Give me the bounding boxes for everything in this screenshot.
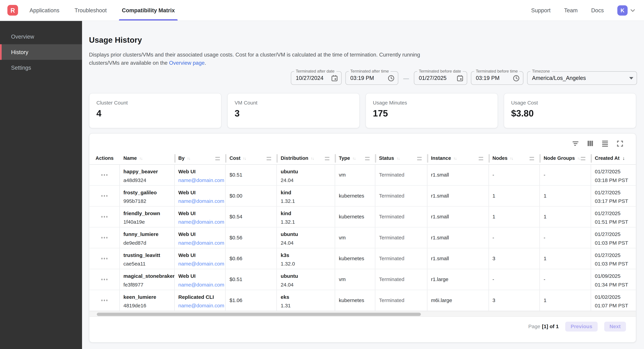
- clock-icon[interactable]: [513, 75, 520, 82]
- column-label: Node Groups: [544, 155, 575, 161]
- email-link[interactable]: name@domain.com: [178, 177, 224, 184]
- terminated-after-date-field[interactable]: Terminated after date 10/27/2024: [291, 71, 342, 85]
- overview-page-link[interactable]: Overview page: [169, 60, 204, 66]
- scrollbar-thumb[interactable]: [97, 313, 421, 316]
- email-link[interactable]: name@domain.com: [178, 198, 224, 205]
- column-menu-icon[interactable]: [478, 157, 483, 160]
- field-label: Terminated after time: [349, 69, 390, 73]
- table-row: magical_stonebrakerfe3f8977 Web UIname@d…: [90, 269, 636, 290]
- type-value: vm: [339, 172, 346, 178]
- sort-icon[interactable]: ↑↓: [311, 156, 314, 160]
- row-actions-button[interactable]: [100, 193, 109, 198]
- sidebar-item-overview[interactable]: Overview: [0, 29, 82, 44]
- stat-card-usage-minutes: Usage Minutes 175: [366, 93, 498, 128]
- sort-icon[interactable]: ↑↓: [577, 156, 580, 160]
- row-actions-button[interactable]: [100, 214, 109, 219]
- sort-icon[interactable]: ↑↓: [243, 156, 246, 160]
- row-actions-button[interactable]: [100, 256, 109, 261]
- created-date: 01/27/2025: [595, 252, 634, 259]
- email-link[interactable]: name@domain.com: [178, 240, 224, 246]
- column-header-instance[interactable]: Instance↑↓: [427, 152, 489, 164]
- instance-value: r1.large: [431, 277, 448, 282]
- nav-tab-applications[interactable]: Applications: [30, 0, 60, 20]
- nodes-value: -: [492, 235, 494, 241]
- table-row: trusting_leavittcae5ea11 Web UIname@doma…: [90, 248, 636, 269]
- column-header-name[interactable]: Name↑↓: [120, 152, 175, 164]
- page-value: [1] of 1: [542, 324, 559, 330]
- nav-link-docs[interactable]: Docs: [591, 7, 604, 13]
- column-header-distribution[interactable]: Distribution↑↓: [277, 152, 335, 164]
- created-by: Web UI: [178, 273, 224, 280]
- created-date: 01/09/2025: [595, 273, 634, 280]
- replicated-logo[interactable]: R: [7, 5, 18, 15]
- timezone-select[interactable]: Timezone America/Los_Angeles: [527, 71, 637, 85]
- field-value: 10/27/2024: [296, 75, 323, 81]
- status-value: Terminated: [379, 235, 404, 241]
- email-link[interactable]: name@domain.com: [178, 261, 224, 267]
- column-header-node-groups[interactable]: Node Groups↑↓: [540, 152, 591, 164]
- instance-value: m6i.large: [431, 298, 452, 303]
- sidebar-item-settings[interactable]: Settings: [0, 60, 82, 75]
- cluster-name: frosty_galileo: [124, 190, 172, 196]
- row-actions-button[interactable]: [100, 235, 109, 240]
- column-menu-icon[interactable]: [530, 157, 534, 160]
- columns-icon[interactable]: [586, 140, 594, 147]
- nav-link-team[interactable]: Team: [564, 7, 578, 13]
- sort-icon[interactable]: ↑↓: [352, 156, 356, 160]
- cluster-name: funny_lumiere: [124, 232, 172, 238]
- email-link[interactable]: name@domain.com: [178, 219, 224, 225]
- column-menu-icon[interactable]: [365, 157, 370, 160]
- sort-icon[interactable]: ↑↓: [396, 156, 400, 160]
- sort-icon[interactable]: ↑↓: [139, 156, 142, 160]
- column-label: Name: [124, 155, 137, 161]
- nav-tab-compatibility-matrix[interactable]: Compatibility Matrix: [122, 0, 175, 20]
- type-value: vm: [339, 277, 346, 282]
- field-label: Timezone: [530, 69, 552, 73]
- avatar[interactable]: K: [617, 5, 628, 15]
- calendar-icon[interactable]: [331, 75, 338, 82]
- column-header-type[interactable]: Type↑↓: [335, 152, 375, 164]
- previous-page-button[interactable]: Previous: [565, 322, 598, 332]
- column-header-created-at[interactable]: Created At↓: [591, 152, 636, 164]
- row-actions-button[interactable]: [100, 173, 109, 177]
- status-value: Terminated: [379, 277, 404, 282]
- cluster-id: fe3f8977: [124, 282, 172, 288]
- terminated-after-time-field[interactable]: Terminated after time 03:19 PM: [346, 71, 398, 85]
- column-header-status[interactable]: Status↑↓: [375, 152, 427, 164]
- sort-icon[interactable]: ↑↓: [510, 156, 513, 160]
- density-icon[interactable]: [601, 140, 608, 147]
- sort-icon[interactable]: ↑↓: [454, 156, 456, 160]
- cluster-name: magical_stonebraker: [124, 273, 172, 280]
- filter-icon[interactable]: [572, 140, 579, 147]
- terminated-before-time-field[interactable]: Terminated before time 03:19 PM: [471, 71, 523, 85]
- nav-link-support[interactable]: Support: [531, 7, 551, 13]
- row-actions-button[interactable]: [100, 277, 109, 282]
- fullscreen-icon[interactable]: [616, 140, 624, 147]
- stat-label: Usage Cost: [511, 100, 629, 106]
- account-menu[interactable]: K: [617, 5, 636, 15]
- column-menu-icon[interactable]: [325, 157, 329, 160]
- sidebar-item-history[interactable]: History: [0, 44, 82, 60]
- column-menu-icon[interactable]: [267, 157, 271, 160]
- calendar-icon[interactable]: [456, 75, 464, 82]
- email-link[interactable]: name@domain.com: [178, 303, 224, 309]
- email-link[interactable]: name@domain.com: [178, 282, 224, 288]
- nav-tab-troubleshoot[interactable]: Troubleshoot: [74, 0, 107, 20]
- row-actions-button[interactable]: [100, 298, 109, 303]
- cluster-id: a48d9324: [124, 177, 172, 184]
- horizontal-scrollbar[interactable]: [90, 311, 636, 317]
- cost-value: $0.56: [230, 235, 242, 241]
- instance-value: r1.small: [431, 256, 449, 262]
- column-header-by[interactable]: By↑↓: [175, 152, 226, 164]
- clock-icon[interactable]: [388, 75, 395, 82]
- column-menu-icon[interactable]: [417, 157, 422, 160]
- column-menu-icon[interactable]: [581, 157, 586, 160]
- column-menu-icon[interactable]: [216, 157, 220, 160]
- terminated-before-date-field[interactable]: Terminated before date 01/27/2025: [414, 71, 467, 85]
- sort-icon[interactable]: ↑↓: [187, 156, 190, 160]
- sort-desc-icon[interactable]: ↓: [622, 155, 625, 161]
- stat-card-usage-cost: Usage Cost $3.80: [504, 93, 636, 128]
- column-header-cost[interactable]: Cost↑↓: [226, 152, 277, 164]
- next-page-button[interactable]: Next: [604, 322, 626, 332]
- column-header-nodes[interactable]: Nodes↑↓: [489, 152, 540, 164]
